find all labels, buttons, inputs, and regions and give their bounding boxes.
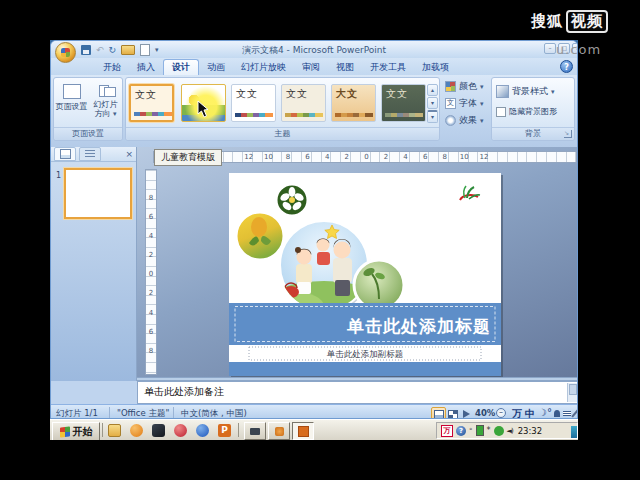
save-icon[interactable] xyxy=(81,45,91,55)
quick-launch-blue-app-icon[interactable] xyxy=(196,424,209,437)
panel-close-icon[interactable]: × xyxy=(125,148,133,160)
user-icon[interactable] xyxy=(554,410,560,417)
zoom-level: 40% xyxy=(475,408,495,418)
keyboard-icon[interactable] xyxy=(563,411,571,416)
theme-effects-button[interactable]: 效果 ▾ xyxy=(445,113,484,128)
watermark-brand-box: 视频 xyxy=(566,10,608,33)
punctuation-mode-icon[interactable]: ° xyxy=(547,407,552,418)
gallery-more-icon[interactable]: ▾ xyxy=(427,110,438,123)
background-styles-button[interactable]: 背景样式 ▾ xyxy=(496,84,555,99)
flower-circle-graphic xyxy=(276,184,308,216)
tray-help-icon[interactable]: ? xyxy=(456,426,466,436)
slide-canvas[interactable]: 单击此处添加标题 单击此处添加副标题 xyxy=(229,173,501,376)
slide-thumbnail-number: 1 xyxy=(56,171,61,180)
theme-effects-label: 效果 xyxy=(459,114,477,127)
soft-keyboard-moon-icon[interactable]: ☽ xyxy=(538,407,547,418)
page-setup-button[interactable]: 页面设置 xyxy=(55,82,88,126)
tab-home[interactable]: 开始 xyxy=(95,60,129,75)
tab-outline[interactable] xyxy=(79,147,101,161)
gallery-scroll-up-icon[interactable]: ▴ xyxy=(427,84,438,96)
theme-thumbnail-3[interactable]: 文文 xyxy=(231,84,276,122)
subtitle-placeholder-text[interactable]: 单击此处添加副标题 xyxy=(327,349,404,359)
tray-small-icon[interactable]: ° xyxy=(469,427,473,435)
quick-launch-powerpoint-icon[interactable]: P xyxy=(218,424,231,437)
v-ruler-number: 4 xyxy=(146,304,156,323)
notes-scrollbar[interactable] xyxy=(567,383,577,402)
tab-insert[interactable]: 插入 xyxy=(129,60,163,75)
outline-tab-icon xyxy=(85,150,95,158)
theme-color-strip xyxy=(385,113,423,117)
quick-launch-dark-app-icon[interactable] xyxy=(152,424,165,437)
help-button[interactable]: ? xyxy=(560,60,573,73)
quick-launch-red-ball-icon[interactable] xyxy=(174,424,187,437)
language-mode-indicator[interactable]: 中 xyxy=(525,407,535,419)
office-logo-icon xyxy=(61,48,70,57)
tab-slideshow[interactable]: 幻灯片放映 xyxy=(233,60,294,75)
theme-thumbnail-4[interactable]: 文文 xyxy=(281,84,326,122)
notes-placeholder[interactable]: 单击此处添加备注 xyxy=(144,385,224,399)
title-placeholder-text[interactable]: 单击此处添加标题 xyxy=(346,316,491,336)
watermark-brand-text: 搜狐 xyxy=(531,12,563,31)
minimize-button[interactable]: – xyxy=(544,43,556,54)
tray-star-icon[interactable]: * xyxy=(487,426,491,435)
office-button[interactable] xyxy=(55,42,76,63)
slide-sorter-view-button[interactable] xyxy=(445,407,460,419)
language-status[interactable]: 中文(简体 , 中国) xyxy=(181,408,247,419)
task-button-1[interactable] xyxy=(244,422,266,440)
hide-background-graphics-control[interactable]: 隐藏背景图形 xyxy=(496,104,557,119)
theme-thumbnail-5[interactable]: 大文 xyxy=(331,84,376,122)
theme-thumbnail-current[interactable]: 文文 xyxy=(129,84,174,122)
notes-pane[interactable]: 单击此处添加备注 xyxy=(137,381,578,404)
v-ruler-number: 0 xyxy=(146,265,156,284)
tab-animations[interactable]: 动画 xyxy=(199,60,233,75)
redo-icon[interactable]: ↻ xyxy=(109,45,117,55)
background-styles-label: 背景样式 xyxy=(512,85,548,98)
h-ruler-number: 0 xyxy=(357,152,377,162)
theme-fonts-button[interactable]: 文 字体 ▾ xyxy=(445,96,484,111)
task-button-powerpoint-active[interactable] xyxy=(292,422,314,440)
quick-launch-media-player-icon[interactable] xyxy=(130,424,143,437)
slides-panel-tabs: × xyxy=(51,147,136,162)
background-styles-caret-icon: ▾ xyxy=(551,88,555,96)
open-folder-icon[interactable] xyxy=(121,45,135,55)
hide-background-graphics-checkbox[interactable] xyxy=(496,107,506,117)
undo-icon[interactable]: ↶ xyxy=(96,45,104,55)
customize-qat-caret-icon[interactable]: ▾ xyxy=(155,46,159,54)
start-button[interactable]: 开始 xyxy=(52,422,100,440)
h-ruler-number: 2 xyxy=(337,152,357,162)
tray-edge-app-icon[interactable] xyxy=(571,426,577,438)
background-dialog-launcher-icon[interactable]: ↘ xyxy=(564,130,572,138)
h-ruler-number: 12 xyxy=(239,152,259,162)
h-ruler-number: 8 xyxy=(435,152,455,162)
task-button-2[interactable] xyxy=(268,422,290,440)
slide-orientation-button[interactable]: 幻灯片 方向 ▾ xyxy=(89,82,122,126)
tab-design[interactable]: 设计 xyxy=(163,59,199,75)
effects-caret-icon: ▾ xyxy=(480,117,484,125)
battery-icon[interactable] xyxy=(476,425,484,436)
tab-view[interactable]: 视图 xyxy=(328,60,362,75)
options-wrench-icon[interactable] xyxy=(571,409,578,417)
volume-icon[interactable]: ◄) xyxy=(507,427,513,435)
slide-thumbnail-1[interactable] xyxy=(64,168,132,219)
tab-review[interactable]: 审阅 xyxy=(294,60,328,75)
taskbar-clock[interactable]: 23:32 xyxy=(518,426,543,436)
orientation-label-2: 方向 ▾ xyxy=(94,109,116,119)
themes-gallery-scrollbar: ▴ ▾ ▾ xyxy=(427,84,438,122)
zoom-out-button[interactable]: – xyxy=(496,408,506,418)
gallery-scroll-down-icon[interactable]: ▾ xyxy=(427,97,438,109)
theme-thumbnail-6[interactable]: 文文 xyxy=(381,84,426,122)
quick-launch-folder-icon[interactable] xyxy=(108,424,121,437)
ime-indicator[interactable]: 万 xyxy=(512,407,522,419)
tray-ime-icon[interactable]: 万 xyxy=(441,425,453,437)
normal-view-button[interactable] xyxy=(431,407,446,419)
slideshow-view-button[interactable] xyxy=(459,407,474,419)
tab-addins[interactable]: 加载项 xyxy=(414,60,457,75)
vertical-ruler[interactable]: 8 6 4 2 0 2 4 6 8 xyxy=(145,169,157,375)
notes-scrollbar-thumb[interactable] xyxy=(569,384,577,395)
tab-slides-thumbnails[interactable] xyxy=(54,147,76,161)
tray-antivirus-icon[interactable] xyxy=(494,426,504,436)
theme-glyph: 大文 xyxy=(332,85,375,101)
tab-developer[interactable]: 开发工具 xyxy=(362,60,414,75)
theme-colors-button[interactable]: 颜色 ▾ xyxy=(445,79,484,94)
new-document-icon[interactable] xyxy=(140,44,150,56)
